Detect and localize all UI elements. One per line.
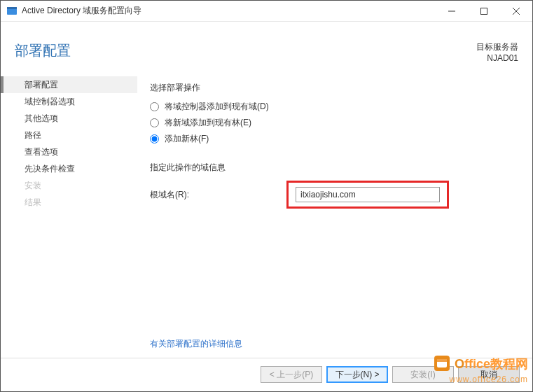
app-icon <box>6 6 18 17</box>
header: 部署配置 目标服务器 NJAD01 <box>1 22 532 69</box>
sidebar-item-deploy-config[interactable]: 部署配置 <box>1 76 137 93</box>
more-info-link[interactable]: 有关部署配置的详细信息 <box>150 338 242 392</box>
sidebar: 部署配置 域控制器选项 其他选项 路径 查看选项 先决条件检查 安装 结果 <box>1 69 137 335</box>
sidebar-item-prereq[interactable]: 先决条件检查 <box>1 160 137 177</box>
button-row: < 上一步(P) 下一步(N) > 安装(I) 取消 <box>261 366 520 383</box>
radio-input[interactable] <box>150 118 159 127</box>
radio-input[interactable] <box>150 102 159 111</box>
sidebar-item-results: 结果 <box>1 194 137 211</box>
root-domain-label: 根域名(R): <box>150 189 286 201</box>
root-domain-input[interactable] <box>296 187 440 202</box>
svg-rect-1 <box>7 7 17 9</box>
window-controls <box>436 1 532 22</box>
sidebar-item-other-options[interactable]: 其他选项 <box>1 110 137 127</box>
target-server-block: 目标服务器 NJAD01 <box>476 41 518 64</box>
sidebar-item-label: 部署配置 <box>25 80 58 90</box>
radio-input[interactable] <box>150 134 159 144</box>
sidebar-item-install: 安装 <box>1 177 137 194</box>
radio-add-domain-existing-forest[interactable]: 将新域添加到现有林(E) <box>150 117 518 129</box>
cancel-button[interactable]: 取消 <box>458 366 520 383</box>
sidebar-item-label: 其他选项 <box>25 113 58 123</box>
content: 选择部署操作 将域控制器添加到现有域(D) 将新域添加到现有林(E) 添加新林(… <box>137 69 532 335</box>
domain-info-label: 指定此操作的域信息 <box>150 162 518 174</box>
select-operation-label: 选择部署操作 <box>150 82 518 94</box>
sidebar-item-label: 安装 <box>25 181 41 190</box>
window-title: Active Directory 域服务配置向导 <box>22 5 141 17</box>
sidebar-item-paths[interactable]: 路径 <box>1 127 137 144</box>
close-button[interactable] <box>500 1 532 22</box>
sidebar-item-label: 结果 <box>25 197 41 207</box>
next-button[interactable]: 下一步(N) > <box>326 366 388 383</box>
target-server-label: 目标服务器 <box>476 41 518 52</box>
sidebar-item-dc-options[interactable]: 域控制器选项 <box>1 93 137 110</box>
footer-separator <box>1 358 532 358</box>
root-domain-highlight <box>286 181 449 209</box>
svg-rect-8 <box>437 359 447 362</box>
radio-add-new-forest[interactable]: 添加新林(F) <box>150 133 518 145</box>
minimize-button[interactable] <box>436 1 468 22</box>
sidebar-item-review[interactable]: 查看选项 <box>1 144 137 160</box>
target-server-value: NJAD01 <box>476 52 518 64</box>
radio-label: 添加新林(F) <box>165 133 209 145</box>
root-domain-row: 根域名(R): <box>150 181 518 209</box>
radio-label: 将新域添加到现有林(E) <box>165 117 251 129</box>
svg-rect-3 <box>481 8 487 14</box>
prev-button: < 上一步(P) <box>261 366 322 383</box>
sidebar-item-label: 域控制器选项 <box>25 97 75 106</box>
sidebar-item-label: 路径 <box>25 130 41 140</box>
titlebar: Active Directory 域服务配置向导 <box>1 1 532 22</box>
maximize-button[interactable] <box>468 1 500 22</box>
sidebar-item-label: 先决条件检查 <box>25 164 75 174</box>
page-title: 部署配置 <box>15 41 476 60</box>
install-button: 安装(I) <box>392 366 454 383</box>
domain-info-section: 指定此操作的域信息 根域名(R): <box>150 162 518 209</box>
radio-add-dc-existing-domain[interactable]: 将域控制器添加到现有域(D) <box>150 101 518 113</box>
sidebar-item-label: 查看选项 <box>25 147 58 157</box>
radio-label: 将域控制器添加到现有域(D) <box>165 101 269 113</box>
main-area: 部署配置 域控制器选项 其他选项 路径 查看选项 先决条件检查 安装 结果 选择… <box>1 69 532 335</box>
